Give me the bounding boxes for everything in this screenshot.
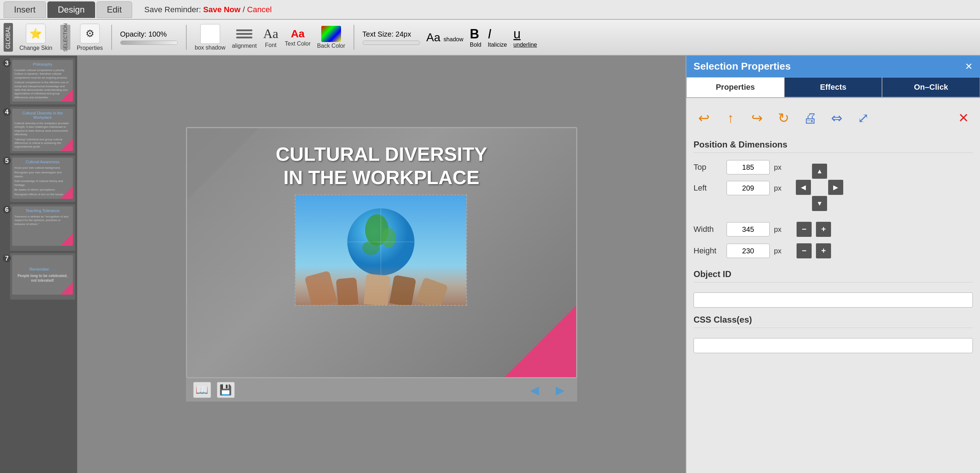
rotate-forward-button[interactable]: ↻ — [773, 109, 794, 127]
sidebar: 3 Philosophy Consider cultural competenc… — [0, 56, 77, 473]
height-decrease-button[interactable]: − — [797, 243, 811, 259]
prev-slide-button[interactable]: ◀ — [525, 382, 544, 398]
left-input[interactable] — [727, 181, 770, 195]
font-button[interactable]: Aa Font — [263, 26, 278, 48]
delete-button[interactable]: ✕ — [954, 109, 973, 127]
save-tool-button[interactable]: 💾 — [217, 382, 235, 398]
change-skin-button[interactable]: ⭐ Change Skin — [19, 24, 52, 51]
arrow-down-button[interactable]: ▼ — [812, 196, 827, 211]
position-fields: Top px Left px — [694, 160, 781, 195]
slide-canvas[interactable]: CULTURAL DIVERSITY IN THE WORKPLACE — [186, 127, 577, 378]
width-unit: px — [774, 225, 781, 233]
arrow-left-button[interactable]: ◀ — [796, 180, 811, 195]
arrow-empty-center — [812, 180, 827, 195]
height-unit: px — [774, 247, 781, 255]
position-section-title: Position & Dimensions — [694, 140, 973, 153]
canvas-tools-left: 📖 💾 — [193, 382, 235, 398]
slide-title: CULTURAL DIVERSITY IN THE WORKPLACE — [187, 128, 576, 196]
tab-effects[interactable]: Effects — [784, 77, 882, 97]
save-reminder: Save Reminder: Save Now / Cancel — [144, 5, 272, 14]
object-id-title: Object ID — [694, 269, 973, 283]
tab-edit[interactable]: Edit — [97, 2, 132, 18]
main-toolbar: GLOBAL ⭐ Change Skin SELECTION ⚙ Propert… — [0, 20, 980, 56]
rotate-left-button[interactable]: ↩ — [694, 109, 714, 127]
opacity-section: Opacity: 100% — [120, 30, 178, 45]
width-input[interactable] — [727, 222, 770, 236]
width-decrease-button[interactable]: − — [797, 222, 811, 237]
panel-close-button[interactable]: ✕ — [965, 61, 973, 72]
box-shadow-button[interactable]: box shadow — [195, 24, 226, 51]
properties-button[interactable]: ⚙ Properties — [77, 24, 103, 51]
tab-insert[interactable]: Insert — [3, 2, 46, 18]
text-size-slider[interactable] — [363, 41, 420, 45]
change-skin-icon: ⭐ — [26, 24, 46, 43]
top-unit: px — [774, 163, 781, 171]
slide-content-5: Cultural Awareness Know your own cultura… — [12, 157, 73, 199]
cancel-link[interactable]: Cancel — [247, 5, 271, 14]
italic-button[interactable]: I Italicize — [488, 27, 507, 48]
arrow-up-button[interactable]: ▲ — [812, 163, 827, 179]
properties-icon: ⚙ — [80, 24, 100, 43]
tab-on-click[interactable]: On–Click — [882, 77, 980, 97]
book-tool-button[interactable]: 📖 — [193, 382, 211, 398]
expand-button[interactable]: ⤢ — [853, 109, 874, 127]
toolbar-divider-2 — [186, 25, 187, 50]
hands-background — [296, 265, 466, 305]
canvas-area: CULTURAL DIVERSITY IN THE WORKPLACE — [77, 56, 686, 473]
object-id-input[interactable] — [694, 292, 973, 308]
height-label: Height — [694, 246, 722, 256]
top-label: Top — [694, 163, 722, 172]
canvas-toolbar: 📖 💾 ◀ ▶ — [186, 378, 577, 402]
slide-number-3: 3 — [3, 59, 11, 67]
left-unit: px — [774, 184, 781, 192]
arrow-right-button[interactable]: ▶ — [828, 180, 843, 195]
tab-design[interactable]: Design — [48, 2, 95, 18]
top-nav-bar: Insert Design Edit Save Reminder: Save N… — [0, 0, 980, 20]
panel-content: ↩ ↑ ↪ ↻ 🖨 ⇔ ⤢ ✕ Position & Dimensions To… — [686, 98, 980, 473]
opacity-slider[interactable] — [120, 41, 178, 45]
slide-image[interactable] — [295, 195, 467, 306]
top-input[interactable] — [727, 160, 770, 175]
alignment-button[interactable]: alignment — [232, 26, 257, 49]
height-input[interactable] — [727, 244, 770, 258]
rotate-up-button[interactable]: ↑ — [720, 109, 741, 127]
object-id-section: Object ID — [694, 269, 973, 308]
next-slide-button[interactable]: ▶ — [550, 382, 570, 398]
slide-content-6: Teaching Tolerance Tolerance is defined … — [12, 206, 73, 246]
right-panel: Selection Properties ✕ Properties Effect… — [686, 56, 980, 473]
text-color-button[interactable]: Aa Text Color — [285, 28, 310, 47]
print-button[interactable]: 🖨 — [800, 109, 821, 127]
slide-number-7: 7 — [3, 254, 11, 262]
toolbar-divider-3 — [353, 25, 354, 50]
panel-tabs: Properties Effects On–Click — [686, 77, 980, 98]
slide-thumb-5[interactable]: 5 Cultural Awareness Know your own cultu… — [10, 156, 75, 202]
tab-properties[interactable]: Properties — [686, 77, 784, 97]
bold-button[interactable]: B Bold — [470, 27, 481, 48]
triangle-decoration — [60, 89, 73, 102]
text-size-section: Text Size: 24px — [363, 30, 420, 45]
css-class-input[interactable] — [694, 338, 973, 353]
left-field-row: Left px — [694, 181, 781, 195]
shadow-button[interactable]: Aa shadow — [426, 31, 463, 44]
panel-header: Selection Properties ✕ — [686, 56, 980, 77]
slide-thumb-3[interactable]: 3 Philosophy Consider cultural competenc… — [10, 58, 75, 105]
underline-button[interactable]: u underline — [513, 27, 537, 48]
slide-number-4: 4 — [3, 108, 11, 116]
height-increase-button[interactable]: + — [816, 243, 831, 259]
slide-number-5: 5 — [3, 157, 11, 165]
slide-thumb-6[interactable]: 6 Teaching Tolerance Tolerance is define… — [10, 204, 75, 251]
dimensions-section: Width px − + Height px − + — [694, 222, 973, 259]
svg-point-3 — [362, 241, 379, 255]
width-row: Width px − + — [694, 222, 973, 237]
save-now-link[interactable]: Save Now — [203, 5, 240, 14]
triangle-decoration — [60, 282, 73, 295]
width-increase-button[interactable]: + — [816, 222, 831, 237]
back-color-button[interactable]: Back Color — [317, 26, 345, 49]
rotate-back-button[interactable]: ↪ — [747, 109, 767, 127]
slide-thumb-4[interactable]: 4 Cultural Diversity in the Workplace Cu… — [10, 106, 75, 153]
slide-content-7: Remember . . . People long to be celebra… — [12, 255, 73, 295]
slide-content-4: Cultural Diversity in the Workplace Cult… — [12, 109, 73, 151]
slide-thumb-7[interactable]: 7 Remember . . . People long to be celeb… — [10, 253, 75, 300]
arrow-empty-tl — [796, 163, 811, 179]
flip-button[interactable]: ⇔ — [826, 109, 847, 127]
